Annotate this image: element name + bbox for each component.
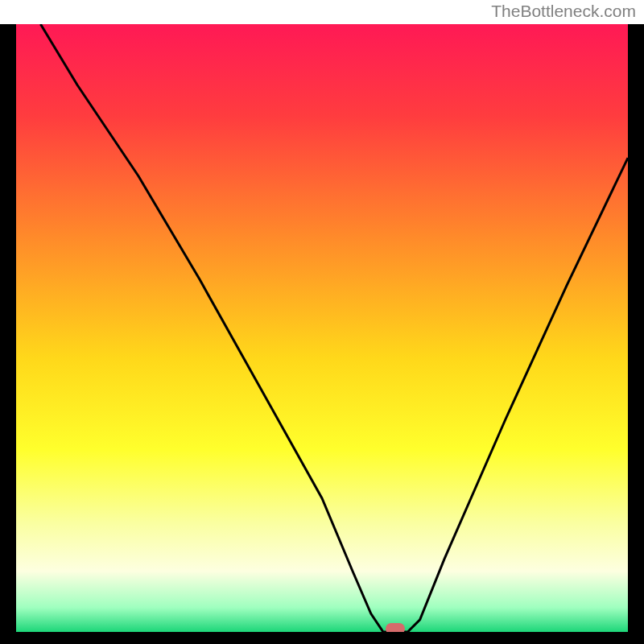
bottleneck-curve (40, 24, 628, 632)
curve-layer (16, 24, 628, 632)
chart-container: TheBottleneck.com (0, 0, 644, 644)
plot-area (16, 24, 628, 632)
chart-frame (0, 24, 644, 644)
optimal-point-marker (386, 623, 405, 632)
watermark-text: TheBottleneck.com (491, 2, 636, 21)
